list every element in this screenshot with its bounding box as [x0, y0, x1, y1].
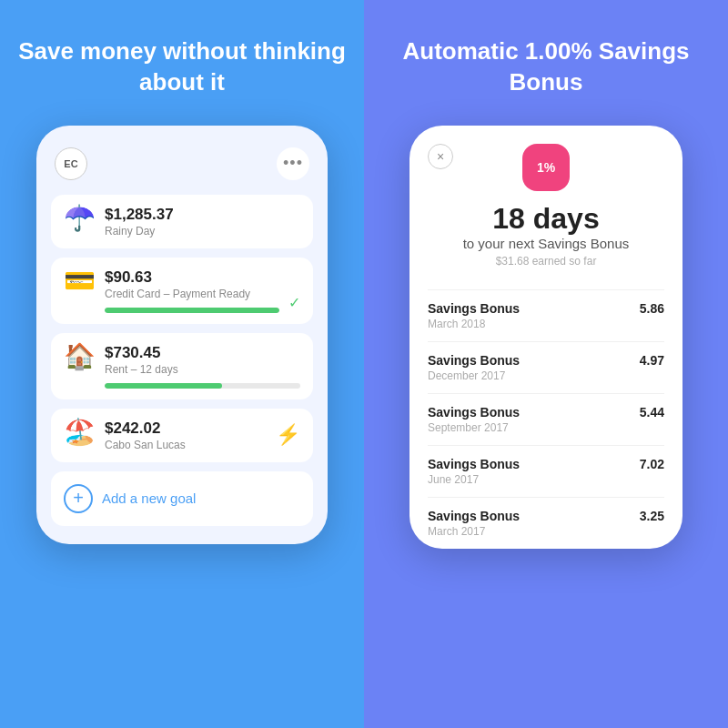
progress-fill [105, 383, 222, 389]
progress-bar [105, 383, 300, 389]
goal-card: 💳 $90.63 Credit Card – Payment Ready ✓ [51, 258, 313, 324]
goal-emoji: 🏠 [64, 344, 96, 369]
goal-emoji: 💳 [64, 268, 96, 294]
phone-right-header: × 1% 18 days to your next Savings Bonus … [410, 144, 682, 289]
savings-row-left: Savings Bonus June 2017 [428, 457, 520, 486]
savings-list: Savings Bonus March 2018 5.86 Savings Bo… [410, 289, 682, 549]
savings-row: Savings Bonus March 2018 5.86 [428, 289, 664, 341]
add-goal-label: Add a new goal [102, 490, 196, 506]
savings-name: Savings Bonus [428, 405, 520, 420]
progress-bar [105, 308, 279, 313]
lightning-icon: ⚡ [276, 423, 300, 447]
goal-label: Cabo San Lucas [105, 439, 267, 451]
left-title: Save money without thinking about it [18, 36, 346, 98]
add-goal-button[interactable]: + Add a new goal [51, 471, 313, 526]
goal-label: Credit Card – Payment Ready [105, 288, 279, 300]
goal-info: $90.63 Credit Card – Payment Ready [105, 268, 279, 313]
savings-date: March 2018 [428, 318, 520, 330]
savings-date: December 2017 [428, 369, 520, 382]
goal-card: 🏖️ $242.02 Cabo San Lucas ⚡ [51, 409, 313, 462]
phone-right: × 1% 18 days to your next Savings Bonus … [410, 126, 682, 549]
savings-name: Savings Bonus [428, 457, 520, 471]
goal-amount: $730.45 [105, 344, 300, 362]
goal-info: $242.02 Cabo San Lucas [105, 420, 267, 451]
goal-amount: $90.63 [105, 268, 279, 287]
savings-row: Savings Bonus June 2017 7.02 [428, 445, 664, 497]
progress-fill [105, 308, 279, 313]
savings-amount: 5.44 [640, 405, 664, 420]
left-panel: Save money without thinking about it EC … [0, 0, 364, 728]
savings-row: Savings Bonus September 2017 5.44 [428, 393, 664, 445]
savings-name: Savings Bonus [428, 353, 520, 368]
goal-emoji: 🏖️ [64, 420, 96, 445]
right-title: Automatic 1.00% Savings Bonus [382, 36, 710, 98]
savings-amount: 3.25 [640, 509, 664, 523]
goal-label: Rainy Day [105, 225, 300, 238]
savings-date: September 2017 [428, 421, 520, 434]
goal-amount: $1,285.37 [105, 206, 300, 224]
goal-emoji: ☂️ [64, 206, 96, 231]
savings-name: Savings Bonus [428, 509, 520, 523]
savings-amount: 4.97 [640, 353, 664, 368]
goal-info: $730.45 Rent – 12 days [105, 344, 300, 389]
right-panel: Automatic 1.00% Savings Bonus × 1% 18 da… [364, 0, 728, 728]
savings-row-left: Savings Bonus March 2017 [428, 509, 520, 538]
phone-topbar: EC ••• [51, 147, 313, 180]
days-label: to your next Savings Bonus [463, 236, 630, 251]
goal-label: Rent – 12 days [105, 363, 300, 376]
percent-badge: 1% [522, 144, 570, 191]
savings-date: March 2017 [428, 525, 520, 538]
goal-card: ☂️ $1,285.37 Rainy Day [51, 195, 313, 248]
earned-text: $31.68 earned so far [496, 255, 597, 268]
savings-date: June 2017 [428, 473, 520, 486]
avatar: EC [55, 147, 87, 180]
savings-name: Savings Bonus [428, 301, 520, 316]
phone-left: EC ••• ☂️ $1,285.37 Rainy Day 💳 $90.63 C… [36, 126, 328, 544]
goals-list: ☂️ $1,285.37 Rainy Day 💳 $90.63 Credit C… [51, 195, 313, 462]
check-icon: ✓ [288, 294, 300, 311]
goal-card: 🏠 $730.45 Rent – 12 days [51, 333, 313, 399]
savings-row: Savings Bonus December 2017 4.97 [428, 341, 664, 393]
goal-amount: $242.02 [105, 420, 267, 438]
savings-amount: 7.02 [640, 457, 664, 471]
add-goal-plus-icon: + [64, 484, 93, 513]
savings-row: Savings Bonus March 2017 3.25 [428, 497, 664, 549]
days-count: 18 days [492, 202, 599, 236]
savings-row-left: Savings Bonus December 2017 [428, 353, 520, 382]
close-button[interactable]: × [428, 144, 453, 169]
dots-menu-button[interactable]: ••• [277, 147, 309, 180]
goal-info: $1,285.37 Rainy Day [105, 206, 300, 238]
savings-row-left: Savings Bonus September 2017 [428, 405, 520, 434]
savings-amount: 5.86 [640, 301, 664, 316]
savings-row-left: Savings Bonus March 2018 [428, 301, 520, 330]
